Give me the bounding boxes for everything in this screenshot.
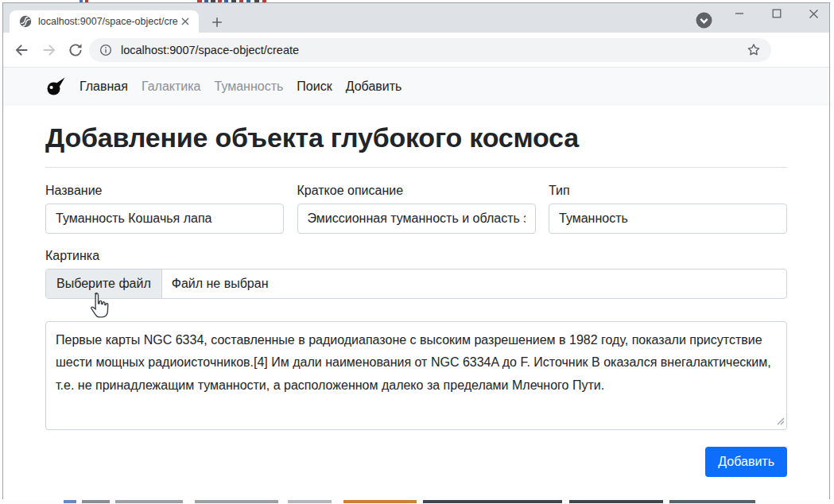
nav-link-add[interactable]: Добавить: [346, 79, 402, 94]
background-sliver: [423, 500, 562, 503]
info-icon[interactable]: [99, 43, 113, 57]
description-textarea[interactable]: Первые карты NGC 6334, составленные в ра…: [45, 321, 787, 430]
divider: [45, 167, 787, 168]
page-title: Добавление объекта глубокого космоса: [45, 122, 787, 153]
file-input[interactable]: Выберите файл Файл не выбран: [45, 269, 787, 299]
globe-favicon-icon: [19, 15, 32, 28]
type-input[interactable]: [549, 204, 787, 234]
tab-strip: localhost:9007/space-object/crea: [3, 3, 829, 33]
back-icon[interactable]: [13, 41, 30, 59]
chevron-down-circle-icon[interactable]: [696, 12, 712, 29]
add-button[interactable]: Добавить: [705, 447, 787, 477]
reload-icon[interactable]: [67, 41, 84, 59]
type-field-group: Тип: [549, 184, 787, 234]
url-text[interactable]: localhost:9007/space-object/create: [121, 44, 299, 56]
type-label: Тип: [549, 184, 787, 198]
submit-row: Добавить: [45, 447, 787, 477]
nav-link-search[interactable]: Поиск: [297, 79, 332, 94]
background-sliver: [669, 500, 755, 503]
browser-tab[interactable]: localhost:9007/space-object/crea: [10, 10, 199, 33]
description-field-group: Первые карты NGC 6334, составленные в ра…: [45, 321, 787, 433]
short-desc-field-group: Краткое описание: [297, 184, 536, 234]
file-status-text: Файл не выбран: [162, 269, 278, 298]
name-input[interactable]: [45, 204, 284, 234]
background-sliver: [569, 500, 663, 503]
bookmark-star-icon[interactable]: [746, 42, 762, 58]
comet-logo-icon[interactable]: [45, 76, 66, 97]
address-bar[interactable]: localhost:9007/space-object/create: [89, 38, 771, 62]
form-fields-row: Название Краткое описание Тип: [45, 184, 787, 234]
screen: localhost:9007/space-object/crea: [0, 0, 834, 504]
browser-toolbar: localhost:9007/space-object/create: [3, 33, 829, 68]
image-label: Картинка: [45, 249, 787, 263]
new-tab-icon[interactable]: [208, 14, 226, 31]
page-content: Добавление объекта глубокого космоса Наз…: [3, 106, 829, 500]
tab-close-icon[interactable]: [178, 14, 192, 29]
background-sliver: [288, 500, 332, 503]
background-sliver: [343, 500, 417, 503]
background-sliver: [82, 500, 110, 503]
name-field-group: Название: [45, 184, 284, 234]
short-desc-input[interactable]: [297, 204, 536, 234]
minimize-button[interactable]: [727, 3, 751, 24]
background-sliver: [115, 500, 183, 503]
short-desc-label: Краткое описание: [297, 184, 536, 198]
nav-link-galaxy[interactable]: Галактика: [142, 79, 201, 94]
resize-grip-icon[interactable]: [777, 414, 785, 428]
name-label: Название: [45, 184, 284, 198]
maximize-button[interactable]: [765, 3, 789, 24]
tab-title: localhost:9007/space-object/crea: [38, 16, 178, 27]
nav-link-nebula[interactable]: Туманность: [215, 79, 284, 94]
background-sliver: [64, 500, 76, 503]
window-close-button[interactable]: [801, 3, 825, 24]
nav-link-home[interactable]: Главная: [80, 79, 128, 94]
browser-window: localhost:9007/space-object/crea: [2, 2, 830, 499]
forward-icon[interactable]: [41, 41, 58, 59]
background-sliver: [195, 500, 278, 503]
site-navbar: Главная Галактика Туманность Поиск Добав…: [3, 68, 829, 106]
hand-cursor-icon: [86, 291, 110, 321]
